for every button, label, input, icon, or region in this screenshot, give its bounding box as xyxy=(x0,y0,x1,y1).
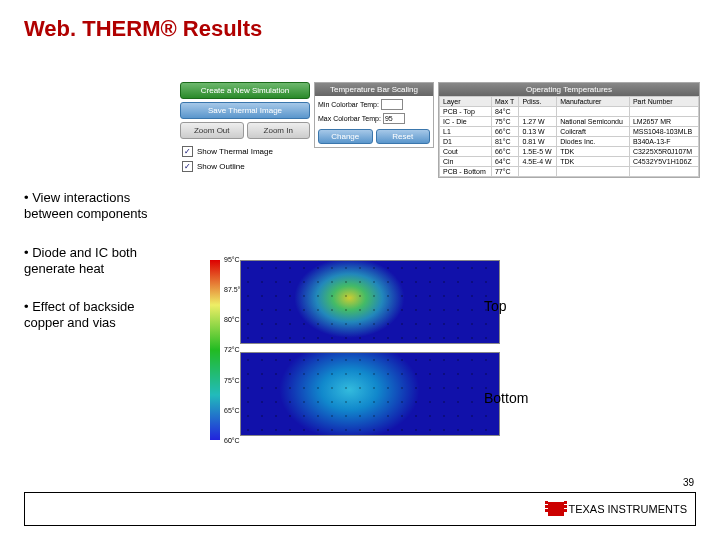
save-image-button[interactable]: Save Thermal Image xyxy=(180,102,310,119)
table-header: Pdiss. xyxy=(519,97,557,107)
checkbox-icon: ✓ xyxy=(182,146,193,157)
max-temp-label: Max Colorbar Temp: xyxy=(318,115,381,122)
show-thermal-checkbox[interactable]: ✓Show Thermal Image xyxy=(182,146,288,157)
map-label-bottom: Bottom xyxy=(484,390,528,406)
table-row[interactable]: Cout66°C1.5E-5 WTDKC3225X5R0J107M xyxy=(440,147,699,157)
table-header: Manufacturer xyxy=(557,97,630,107)
bullet-item: • View interactions between components xyxy=(24,190,174,223)
table-row[interactable]: IC - Die75°C1.27 WNational SemiconduLM26… xyxy=(440,117,699,127)
panel-header: Temperature Bar Scaling xyxy=(315,83,433,96)
checkbox-icon: ✓ xyxy=(182,161,193,172)
change-button[interactable]: Change xyxy=(318,129,373,144)
max-temp-input[interactable] xyxy=(383,113,405,124)
colorbar-tick: 60°C xyxy=(224,437,252,444)
page-title: Web. THERM® Results xyxy=(0,0,720,42)
table-row[interactable]: L166°C0.13 WCoilcraftMSS1048-103MLB xyxy=(440,127,699,137)
reset-button[interactable]: Reset xyxy=(376,129,431,144)
min-temp-input[interactable] xyxy=(381,99,403,110)
chip-icon xyxy=(548,502,564,516)
zoom-in-button[interactable]: Zoom In xyxy=(247,122,311,139)
table-row[interactable]: Cin64°C4.5E-4 WTDKC4532Y5V1H106Z xyxy=(440,157,699,167)
table-header: Layer xyxy=(440,97,492,107)
temp-scaling-panel: Temperature Bar Scaling Min Colorbar Tem… xyxy=(314,82,434,148)
table-header: Part Number xyxy=(629,97,698,107)
thermal-map-bottom[interactable] xyxy=(240,352,500,436)
app-area: Create a New Simulation Save Thermal Ima… xyxy=(180,82,700,178)
min-temp-label: Min Colorbar Temp: xyxy=(318,101,379,108)
operating-temps-panel: Operating Temperatures LayerMax TPdiss.M… xyxy=(438,82,700,178)
bullet-item: • Effect of backside copper and vias xyxy=(24,299,174,332)
table-row[interactable]: PCB - Top84°C xyxy=(440,107,699,117)
bullet-list: • View interactions between components •… xyxy=(24,190,174,354)
table-header: Max T xyxy=(491,97,518,107)
ops-table: LayerMax TPdiss.ManufacturerPart NumberP… xyxy=(439,96,699,177)
button-column: Create a New Simulation Save Thermal Ima… xyxy=(180,82,310,176)
table-row[interactable]: D181°C0.81 WDiodes Inc.B340A-13-F xyxy=(440,137,699,147)
slide-number: 39 xyxy=(683,477,694,488)
show-outline-checkbox[interactable]: ✓Show Outline xyxy=(182,161,288,172)
footer: TEXAS INSTRUMENTS xyxy=(24,492,696,526)
colorbar: 95°C87.5°C80°C72°C75°C65°C60°C xyxy=(210,260,234,440)
bullet-item: • Diode and IC both generate heat xyxy=(24,245,174,278)
table-row[interactable]: PCB - Bottom77°C xyxy=(440,167,699,177)
zoom-out-button[interactable]: Zoom Out xyxy=(180,122,244,139)
create-simulation-button[interactable]: Create a New Simulation xyxy=(180,82,310,99)
panel-header: Operating Temperatures xyxy=(439,83,699,96)
thermal-map-top[interactable] xyxy=(240,260,500,344)
map-label-top: Top xyxy=(484,298,507,314)
thermal-visualization: 95°C87.5°C80°C72°C75°C65°C60°C xyxy=(210,260,500,440)
ti-logo: TEXAS INSTRUMENTS xyxy=(548,502,687,516)
